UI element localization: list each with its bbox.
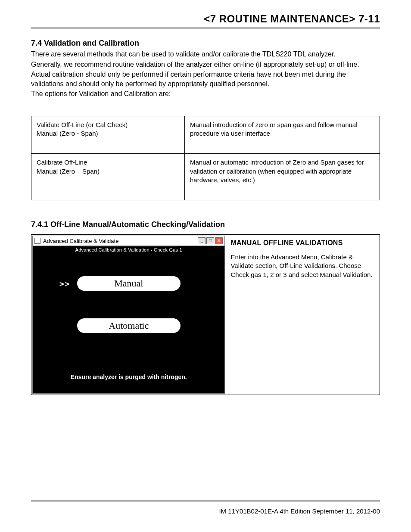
dialog-titlebar: Advanced Calibrate & Validate _ □ ✕ <box>33 236 224 246</box>
dialog-note: Ensure analyzer is purged with nitrogen. <box>33 369 224 393</box>
body-paragraph: Generally, we recommend routine validati… <box>31 60 380 69</box>
right-panel-paragraph: Enter into the Advanced Menu, Calibrate … <box>230 253 375 279</box>
footer-text: IM 11Y01B02-01E-A 4th Edition September … <box>31 507 380 515</box>
option-left-line: Manual (Zero – Span) <box>37 168 100 175</box>
option-left-line: Calibrate Off-Line <box>37 159 87 166</box>
page-title: <7 ROUTINE MAINTENANCE> 7-11 <box>31 13 380 25</box>
dialog-title: Advanced Calibrate & Validate <box>43 238 118 244</box>
close-button[interactable]: ✕ <box>215 237 223 244</box>
dialog-window: Advanced Calibrate & Validate _ □ ✕ Adva… <box>32 236 225 394</box>
option-left-line: Manual (Zero - Span) <box>37 130 98 137</box>
dialog-screenshot: Advanced Calibrate & Validate _ □ ✕ Adva… <box>31 235 226 395</box>
options-left-cell: Calibrate Off-Line Manual (Zero – Span) <box>31 154 185 200</box>
page-footer: IM 11Y01B02-01E-A 4th Edition September … <box>31 501 380 515</box>
right-panel-heading: MANUAL OFFLINE VALIDATIONS <box>230 239 375 247</box>
table-row: Calibrate Off-Line Manual (Zero – Span) … <box>31 154 380 200</box>
minimize-button[interactable]: _ <box>198 237 206 244</box>
offline-layout: Advanced Calibrate & Validate _ □ ✕ Adva… <box>31 234 380 395</box>
options-right-cell: Manual introduction of zero or span gas … <box>184 116 380 154</box>
selection-marker-icon: >> <box>59 279 71 288</box>
subsection-heading: 7.4.1 Off-Line Manual/Automatic Checking… <box>31 220 380 229</box>
options-left-cell: Validate Off-Line (or Cal Check) Manual … <box>31 116 185 154</box>
app-icon <box>34 238 40 244</box>
options-table: Validate Off-Line (or Cal Check) Manual … <box>31 116 380 200</box>
body-paragraph: There are several methods that can be us… <box>31 50 380 59</box>
body-paragraph: Actual calibration should only be perfor… <box>31 70 380 88</box>
body-paragraph: The options for Validation and Calibrati… <box>31 89 380 99</box>
automatic-option-button[interactable]: Automatic <box>77 318 181 333</box>
dialog-subtitle: Advanced Calibration & Validation - Chec… <box>33 246 224 253</box>
table-row: Validate Off-Line (or Cal Check) Manual … <box>31 116 380 154</box>
section-heading: 7.4 Validation and Calibration <box>31 39 380 48</box>
option-left-line: Validate Off-Line (or Cal Check) <box>37 121 128 128</box>
manual-option-button[interactable]: Manual <box>77 276 181 291</box>
options-right-cell: Manual or automatic introduction of Zero… <box>184 154 380 200</box>
maximize-button[interactable]: □ <box>206 237 214 244</box>
